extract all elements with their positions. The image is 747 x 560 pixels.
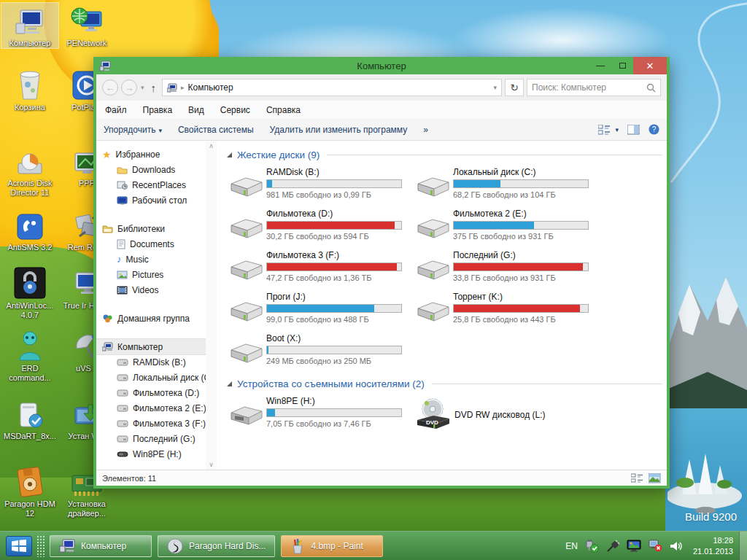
title-bar[interactable]: Компьютер — ✕ <box>96 57 667 74</box>
sidebar-item-recentplaces[interactable]: RecentPlaces <box>96 177 206 192</box>
search-icon[interactable] <box>646 83 656 93</box>
desktop-icon-acronis[interactable]: Acronis Disk Director 11 <box>1 143 58 198</box>
display-settings-icon[interactable] <box>627 540 641 552</box>
breadcrumb-item[interactable]: Компьютер <box>188 82 233 93</box>
hdd-icon <box>414 165 453 206</box>
sidebar-item-computer[interactable]: Компьютер <box>96 339 206 354</box>
sidebar-item-drive-d[interactable]: Фильмотека (D:) <box>96 385 206 400</box>
drive-tile[interactable]: Торрент (K:)25,8 ГБ свободно из 443 ГБ <box>414 289 600 331</box>
address-dropdown-icon[interactable]: ▾ <box>493 84 497 91</box>
dvd-drive-icon: DVD <box>414 398 453 432</box>
antiwinlock-icon <box>1 265 58 299</box>
refresh-button[interactable]: ↻ <box>505 79 524 96</box>
drive-icon <box>117 420 128 427</box>
show-desktop-button[interactable] <box>739 532 747 560</box>
back-button[interactable]: ← <box>102 79 118 96</box>
sidebar-item-drive-c[interactable]: Локальный диск (C:) <box>96 370 206 385</box>
desktop-icon-msdart[interactable]: MSDaRT_8x... <box>1 396 58 441</box>
drive-icon <box>117 359 128 366</box>
search-input[interactable] <box>532 82 646 93</box>
clock[interactable]: 18:28 21.01.2013 <box>693 535 733 556</box>
drive-tile[interactable]: Локальный диск (C:)68,2 ГБ свободно из 1… <box>414 165 600 206</box>
desktop-icon-erd-commander[interactable]: ERD command... <box>1 328 58 383</box>
items-count: Элементов: 11 <box>102 474 156 483</box>
sidebar-item-music[interactable]: ♪ Music <box>96 252 206 267</box>
menu-bar: Файл Правка Вид Сервис Справка <box>96 101 667 119</box>
drive-tile[interactable]: RAMDisk (B:)981 МБ свободно из 0,99 ГБ <box>227 165 414 206</box>
desktop-icon-label: PENetwork <box>60 39 114 48</box>
usb-safely-remove-icon[interactable] <box>585 540 599 553</box>
sidebar-scrollbar[interactable]: ∧ ∨ <box>206 141 217 470</box>
desktop-icon-penetwork[interactable]: PENetwork <box>60 3 114 48</box>
menu-edit[interactable]: Правка <box>143 105 173 115</box>
menu-view[interactable]: Вид <box>188 105 204 115</box>
uninstall-program-button[interactable]: Удалить или изменить программу <box>270 125 408 135</box>
preview-pane-button[interactable] <box>627 125 640 135</box>
drive-tile-dvd[interactable]: DVD DVD RW дисковод (L:) <box>414 394 600 435</box>
sidebar-item-downloads[interactable]: Downloads <box>96 162 206 177</box>
help-button[interactable]: ? <box>649 124 659 135</box>
change-view-button[interactable]: ▾ <box>598 125 619 135</box>
desktop-icon-antiwinlock[interactable]: AntiWinLoc... 4.0.7 <box>1 265 58 320</box>
menu-tools[interactable]: Сервис <box>220 105 250 115</box>
hdd-icon <box>227 331 266 373</box>
collapse-triangle-icon[interactable] <box>227 152 232 158</box>
history-dropdown-icon[interactable]: ▾ <box>141 84 144 91</box>
section-hard-disks[interactable]: Жесткие диски (9) <box>227 149 662 160</box>
taskbar-button-paint[interactable]: 4.bmp - Paint <box>281 535 383 557</box>
usb-plug-icon[interactable] <box>606 540 619 553</box>
sidebar-item-drive-e[interactable]: Фильмотека 2 (E:) <box>96 400 206 416</box>
desktop-monitor-icon <box>117 196 128 205</box>
system-properties-button[interactable]: Свойства системы <box>178 125 254 135</box>
sidebar-item-drive-g[interactable]: Последний (G:) <box>96 431 206 446</box>
network-error-icon[interactable] <box>649 540 662 552</box>
drive-tile[interactable]: Фильмотека 2 (E:)375 ГБ свободно из 931 … <box>414 206 600 248</box>
document-icon <box>117 239 125 249</box>
sidebar-item-homegroup[interactable]: Домашняя группа <box>96 311 206 326</box>
drive-tile[interactable]: Последний (G:)33,8 ГБ свободно из 931 ГБ <box>414 248 600 289</box>
sidebar-item-libraries[interactable]: Библиотеки <box>96 221 206 236</box>
sidebar-item-desktop[interactable]: Рабочий стол <box>96 192 206 208</box>
menu-help[interactable]: Справка <box>266 105 301 115</box>
desktop-icon-antisms[interactable]: AntiSMS 3.2 <box>1 207 58 252</box>
sidebar-item-drive-h[interactable]: Win8PE (H:) <box>96 446 206 462</box>
recent-places-icon <box>117 180 128 190</box>
sidebar-item-drive-b[interactable]: RAMDisk (B:) <box>96 354 206 370</box>
search-box[interactable] <box>527 79 661 96</box>
navigation-pane: ★ Избранное Downloads RecentPlaces Рабоч… <box>96 141 206 470</box>
menu-file[interactable]: Файл <box>105 105 127 115</box>
usb-drive-icon <box>227 394 266 435</box>
thumbnail-view-icon[interactable] <box>649 473 661 483</box>
sidebar-item-drive-f[interactable]: Фильмотека 3 (F:) <box>96 416 206 431</box>
scroll-up-icon[interactable]: ∧ <box>209 142 214 149</box>
penetwork-icon <box>60 3 114 36</box>
up-button[interactable]: ↑ <box>151 82 157 94</box>
collapse-triangle-icon[interactable] <box>227 381 232 386</box>
sidebar-item-pictures[interactable]: Pictures <box>96 267 206 282</box>
drive-tile[interactable]: Проги (J:)99,0 ГБ свободно из 488 ГБ <box>227 289 414 331</box>
sidebar-item-videos[interactable]: Videos <box>96 282 206 298</box>
details-view-icon[interactable] <box>631 473 643 483</box>
capacity-bar <box>266 408 402 417</box>
sidebar-item-documents[interactable]: Documents <box>96 236 206 252</box>
desktop-icon-recycle-bin[interactable]: Корзина <box>1 67 58 112</box>
desktop-icon-paragon-hdm[interactable]: Paragon HDM 12 <box>1 464 58 518</box>
capacity-bar <box>266 179 402 188</box>
taskbar-button-paragon[interactable]: Paragon Hard Dis... <box>158 535 275 557</box>
drive-tile[interactable]: Фильмотека (D:)30,2 ГБ свободно из 594 Г… <box>227 206 414 248</box>
start-button[interactable] <box>6 536 32 556</box>
breadcrumb[interactable]: ▸ Компьютер ▾ <box>162 79 502 96</box>
desktop-icon-computer[interactable]: Компьютер <box>1 3 58 48</box>
drive-tile[interactable]: Win8PE (H:)7,05 ГБ свободно из 7,46 ГБ <box>227 394 414 435</box>
organize-button[interactable]: Упорядочить▾ <box>104 125 162 135</box>
drive-tile[interactable]: Boot (X:)249 МБ свободно из 250 МБ <box>227 331 414 373</box>
language-indicator[interactable]: EN <box>565 541 578 551</box>
taskbar-button-computer[interactable]: Компьютер <box>50 535 152 557</box>
scroll-down-icon[interactable]: ∨ <box>209 461 214 468</box>
forward-button[interactable]: → <box>121 79 137 96</box>
sidebar-item-favorites[interactable]: ★ Избранное <box>96 147 206 162</box>
toolbar-overflow-button[interactable]: » <box>423 125 428 135</box>
drive-tile[interactable]: Фильмотека 3 (F:)47,2 ГБ свободно из 1,3… <box>227 248 414 289</box>
section-removable[interactable]: Устройства со съемными носителями (2) <box>227 378 662 389</box>
volume-icon[interactable] <box>670 540 683 552</box>
